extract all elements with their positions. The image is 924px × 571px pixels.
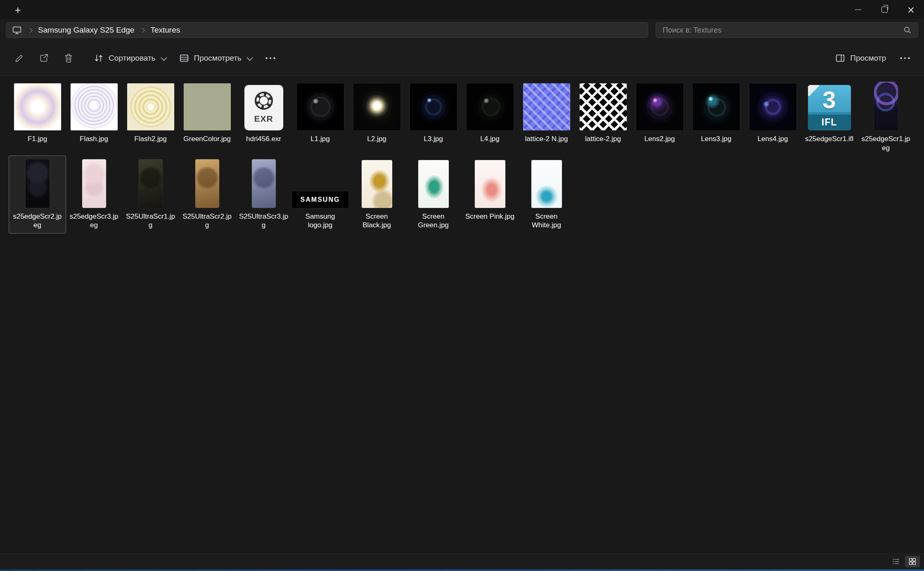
file-name: Screen Green.jpg	[409, 212, 458, 230]
window-controls	[845, 0, 924, 19]
file-name: Flash2.jpg	[134, 134, 166, 144]
search-input[interactable]	[662, 26, 899, 35]
file-name: GreenColor.jpg	[183, 134, 230, 144]
rename-button[interactable]	[7, 47, 31, 69]
file-thumbnail	[195, 159, 219, 208]
file-name: L2.jpg	[367, 134, 386, 144]
thumbnail-box	[410, 81, 457, 130]
thumbnail-box	[252, 158, 276, 208]
details-view-icon	[891, 557, 900, 566]
file-thumbnail	[467, 83, 514, 130]
chevron-down-icon	[246, 54, 253, 61]
preview-label: Просмотр	[850, 54, 886, 63]
thumbnail-box: EXR	[244, 81, 283, 130]
file-thumbnail	[531, 160, 562, 208]
view-menu-button[interactable]: Просмотреть	[173, 47, 257, 69]
breadcrumb-folder[interactable]: Textures	[150, 26, 180, 35]
minimize-button[interactable]	[845, 0, 871, 19]
file-item[interactable]: L3.jpg	[405, 78, 462, 156]
file-thumbnail	[580, 83, 627, 130]
sort-button[interactable]: Сортировать	[88, 47, 171, 69]
thumbnail-box	[127, 81, 174, 130]
brand-text: SAMSUNG	[301, 196, 340, 203]
thumbnail-box	[523, 81, 570, 130]
preview-button[interactable]: Просмотр	[829, 47, 892, 69]
close-icon	[907, 6, 915, 13]
file-thumbnail	[26, 159, 50, 208]
file-thumbnail	[874, 82, 898, 130]
thumbnail-box	[636, 81, 683, 130]
file-item[interactable]: Screen White.jpg	[518, 156, 575, 234]
sort-icon	[93, 53, 104, 64]
file-item[interactable]: Lens4.jpg	[744, 78, 801, 156]
file-item[interactable]: F1.jpg	[9, 78, 66, 156]
file-item[interactable]: S25UltraScr1.jpg	[122, 156, 179, 234]
file-name: s25edgeScr1.ifl	[805, 134, 853, 144]
file-name: Lens3.jpg	[701, 134, 732, 144]
file-thumbnail	[184, 83, 231, 130]
thumbnail-box: 3IFL	[808, 81, 851, 130]
preview-pane-icon	[835, 53, 846, 64]
file-type-badge: IFL	[808, 115, 851, 130]
address-bar[interactable]: Samsung Galaxy S25 Edge Textures	[6, 22, 648, 38]
file-item[interactable]: lattice-2.jpg	[575, 78, 631, 156]
file-item[interactable]: s25edgeScr1.jpeg	[858, 78, 914, 156]
aperture-icon	[255, 92, 273, 110]
file-name: L3.jpg	[424, 134, 443, 144]
file-item[interactable]: 3IFL s25edgeScr1.ifl	[801, 78, 858, 156]
file-item[interactable]: Lens3.jpg	[688, 78, 744, 156]
address-row: Samsung Galaxy S25 Edge Textures	[0, 19, 924, 41]
details-view-toggle[interactable]	[888, 556, 903, 567]
file-item[interactable]: Screen Pink.jpg	[462, 156, 518, 234]
file-item[interactable]: GreenColor.jpg	[179, 78, 235, 156]
thumbnail-box	[297, 81, 344, 130]
more-options-button[interactable]	[259, 47, 282, 69]
file-type-badge: EXR	[254, 114, 273, 124]
file-item[interactable]: SAMSUNG Samsung logo.jpg	[292, 156, 348, 234]
delete-button[interactable]	[57, 47, 80, 69]
plus-icon: +	[14, 4, 21, 16]
thumbnail-box	[139, 158, 163, 208]
file-item[interactable]: S25UltraScr3.jpg	[235, 156, 292, 234]
view-menu-label: Просмотреть	[194, 54, 242, 63]
file-thumbnail	[636, 83, 683, 130]
file-item[interactable]: s25edgeScr3.jpeg	[66, 156, 122, 234]
share-button[interactable]	[32, 47, 55, 69]
file-item[interactable]: s25edgeScr2.jpeg	[9, 156, 66, 234]
search-box[interactable]	[656, 22, 918, 38]
file-name: hdri456.exr	[246, 134, 281, 144]
file-name: S25UltraScr1.jpg	[126, 212, 175, 230]
more-commands-button[interactable]	[893, 47, 917, 69]
file-item[interactable]: Lens2.jpg	[631, 78, 688, 156]
file-item[interactable]: lattice-2 N.jpg	[518, 78, 575, 156]
thumbnail-box	[362, 158, 392, 208]
breadcrumb-device[interactable]: Samsung Galaxy S25 Edge	[38, 26, 134, 35]
file-thumbnail	[252, 159, 276, 208]
file-item[interactable]: EXR hdri456.exr	[235, 78, 292, 156]
new-tab-button[interactable]: +	[9, 3, 26, 17]
file-thumbnail	[82, 159, 106, 208]
file-item[interactable]: Flash2.jpg	[122, 78, 179, 156]
file-name: Lens4.jpg	[758, 134, 788, 144]
file-name: s25edgeScr2.jpeg	[13, 212, 62, 230]
file-name: Lens2.jpg	[644, 134, 675, 144]
thumbnail-box	[749, 81, 796, 130]
file-item[interactable]: S25UltraScr2.jpg	[179, 156, 235, 234]
file-item[interactable]: L2.jpg	[348, 78, 405, 156]
file-thumbnail	[362, 160, 392, 208]
search-icon[interactable]	[903, 26, 912, 35]
file-item[interactable]: Flash.jpg	[66, 78, 122, 156]
file-name: Flash.jpg	[80, 134, 108, 144]
rename-icon	[14, 53, 24, 64]
file-item[interactable]: Screen Black.jpg	[348, 156, 405, 234]
file-thumbnail	[749, 83, 796, 130]
file-name: L1.jpg	[310, 134, 329, 144]
restore-button[interactable]	[871, 0, 898, 19]
file-item[interactable]: Screen Green.jpg	[405, 156, 462, 234]
file-item[interactable]: L1.jpg	[292, 78, 348, 156]
sort-label: Сортировать	[109, 54, 156, 63]
file-thumbnail	[353, 83, 400, 130]
file-item[interactable]: L4.jpg	[462, 78, 518, 156]
close-button[interactable]	[898, 0, 924, 19]
thumbnail-view-toggle[interactable]	[905, 556, 920, 567]
